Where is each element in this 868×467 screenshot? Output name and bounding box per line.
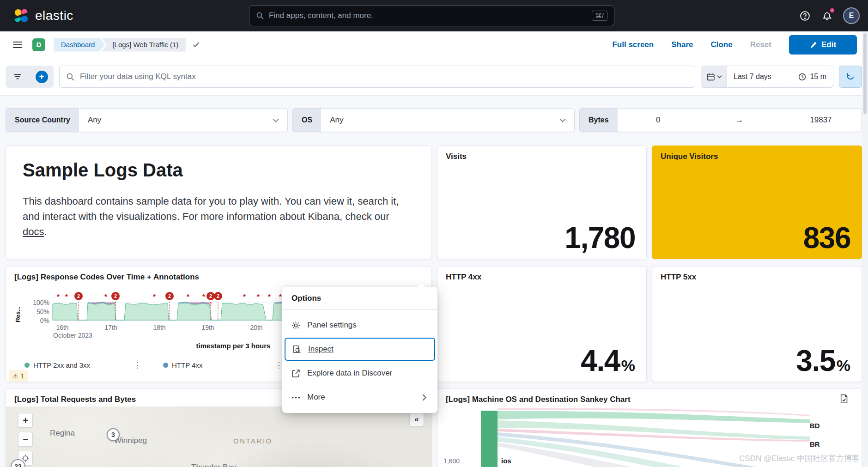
brand-name: elastic [35,8,73,23]
menu-item-inspect[interactable]: Inspect [285,338,435,361]
refresh-icon [846,72,855,81]
collapse-legend-button[interactable]: « [409,412,424,427]
range-min[interactable]: 0 [618,115,699,125]
panel-title: [Logs] Response Codes Over Time + Annota… [6,267,431,282]
annotation-badge[interactable]: 2 [77,293,80,299]
annotation-badge[interactable]: 2 [209,293,212,299]
x-month-label: October 2023 [49,332,104,339]
user-avatar[interactable]: E [843,7,860,24]
scrollbar-thumb[interactable] [863,33,867,114]
annotation-badge[interactable]: 2 [168,293,171,299]
annotation-asterisk-icon[interactable]: * [65,292,68,300]
control-value: Any [321,115,559,125]
elastic-home-button[interactable]: elastic [13,7,73,24]
filter-icon[interactable] [6,66,30,88]
map-city-label: Thunder Bay [191,463,236,467]
add-filter-button[interactable]: + [30,66,54,88]
full-screen-button[interactable]: Full screen [612,40,654,49]
menu-item-panel-settings[interactable]: Panel settings [282,313,437,337]
search-shortcut-badge: ⌘/ [592,11,607,21]
annotation-asterisk-icon[interactable]: * [257,292,260,300]
x-tick: 18th [146,324,173,331]
notifications-icon[interactable] [821,10,833,22]
legend-item-2xx[interactable]: HTTP 2xx and 3xx [24,361,90,369]
menu-item-explore-discover[interactable]: Explore data in Discover [282,361,437,385]
calendar-menu-button[interactable] [701,66,727,87]
menu-toggle-icon[interactable] [13,42,22,48]
panel-title: Unique Visitors [652,146,862,161]
legend-item-4xx[interactable]: HTTP 4xx [163,361,202,369]
control-source-country[interactable]: Source Country Any [6,108,288,132]
annotation-asterisk-icon[interactable]: * [187,292,189,300]
panel-title: Visits [437,146,646,161]
legend-kebab-icon[interactable]: ⋮ [134,360,141,370]
kql-input[interactable] [80,72,688,81]
plus-icon: + [36,71,48,83]
markdown-title: Sample Logs Data [6,146,431,181]
annotation-asterisk-icon[interactable]: * [104,292,107,300]
map-canvas[interactable]: Regina Winnipeg ONTARIO Thunder Bay + − … [6,406,431,467]
chevron-down-icon [559,118,566,122]
time-range-button[interactable]: Last 7 days [727,73,778,81]
page-scrollbar[interactable] [862,31,868,467]
annotation-badge[interactable]: 2 [114,293,117,299]
filter-group: + [6,66,54,88]
range-max[interactable]: 19837 [780,115,862,125]
annotation-asterisk-icon[interactable]: * [268,292,271,300]
zoom-out-button[interactable]: − [18,432,33,447]
cluster-marker[interactable]: 3 [107,428,120,441]
panel-http-4xx: HTTP 4xx 4.4 % [437,266,647,382]
annotation-asterisk-icon[interactable]: * [243,292,246,300]
annotation-asterisk-icon[interactable]: * [279,292,282,300]
annotation-asterisk-icon[interactable]: * [202,292,205,300]
chevron-down-icon [717,75,722,79]
menu-item-more[interactable]: More [282,385,437,409]
search-icon [66,73,75,81]
help-icon[interactable] [799,10,811,22]
zoom-in-button[interactable]: + [18,413,33,428]
x-axis-title: timestamp per 3 hours [169,342,298,350]
x-tick: 17th [97,324,125,331]
refresh-interval-button[interactable]: 15 m [791,66,833,87]
control-os[interactable]: OS Any [292,108,575,132]
edit-button[interactable]: Edit [789,35,857,55]
saved-check-icon[interactable] [192,41,200,49]
share-button[interactable]: Share [671,40,693,49]
docs-link[interactable]: docs [23,226,44,237]
metric-number: 3.5 [796,344,835,378]
panel-title: [Logs] Machine OS and Destination Sankey… [437,389,862,404]
reset-button[interactable]: Reset [750,40,771,49]
x-tick: 16th [49,324,76,331]
breadcrumb-dashboard[interactable]: Dashboard [54,38,105,52]
elastic-logo-icon [13,7,30,24]
header-actions: E [799,0,860,31]
annotation-badge[interactable]: 2 [217,293,219,299]
annotation-asterisk-icon[interactable]: * [153,292,156,300]
refresh-query-button[interactable] [839,66,862,88]
panel-warning-badge[interactable]: ⚠ 1 [9,370,28,382]
control-bytes[interactable]: Bytes 0 → 19837 [579,108,862,132]
panel-title: HTTP 4xx [437,267,646,282]
chevron-right-icon [420,394,428,401]
panel-options-menu: Options Panel settings Inspect Explore d… [282,287,437,413]
clone-button[interactable]: Clone [710,40,732,49]
breadcrumb: Dashboard [Logs] Web Traffic (1) [54,38,200,52]
date-picker: Last 7 days 15 m [701,66,833,88]
panel-menu-kebab-icon[interactable]: ⋮ [275,360,283,370]
global-search[interactable]: ⌘/ [249,5,614,26]
panel-title: HTTP 5xx [652,267,862,282]
panel-badge-icon[interactable] [839,394,849,404]
watermark: CSDN @Elastic 中国社区官方博客 [739,453,860,464]
kql-search-bar[interactable] [59,66,695,88]
space-avatar[interactable]: D [32,38,45,51]
x-tick: 20th [243,324,270,331]
sankey-axis-value: 1,600 [438,457,460,465]
query-bar: + Last 7 days 15 m [0,58,868,96]
sankey-dest-label: BR [810,440,820,448]
refresh-interval-value: 15 m [810,73,826,81]
global-search-input[interactable] [269,11,587,20]
metric-value: 4.4 % [581,344,635,378]
sankey-source-node[interactable] [481,411,498,467]
metric-number: 4.4 [581,344,619,378]
annotation-asterisk-icon[interactable]: * [57,292,60,300]
